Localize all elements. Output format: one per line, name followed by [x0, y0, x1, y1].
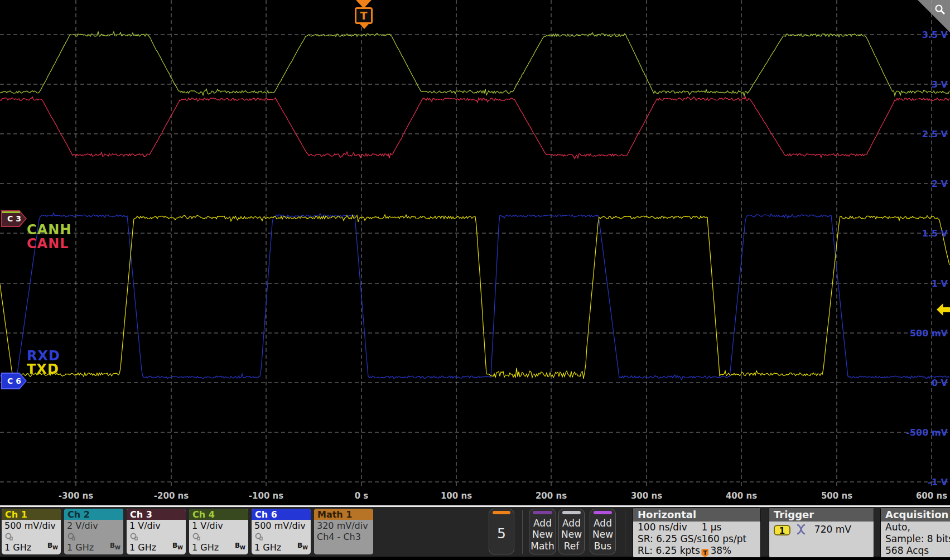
button-accent — [562, 511, 581, 514]
time-axis-label: -200 ns — [154, 491, 189, 501]
channel-bandwidth: 1 GHz — [254, 542, 281, 553]
button-label: AddNewRef — [559, 518, 584, 552]
button-accent — [594, 511, 612, 514]
channel-scale: 1 V/div — [129, 520, 183, 532]
acquisition-mode: Auto, — [885, 522, 910, 533]
button-label: AddNewMath — [529, 518, 556, 552]
horizontal-value-right: T38% — [701, 545, 731, 557]
add-new-ref-button[interactable]: AddNewRef — [558, 509, 585, 554]
channel-scale: 2 V/div — [67, 520, 120, 532]
bandwidth-limit-icon: BW — [235, 540, 245, 553]
horizontal-value-left: SR: 6.25 GS/s — [638, 533, 702, 545]
channel-bandwidth: 1 GHz — [192, 542, 219, 553]
trace-txd — [0, 215, 949, 379]
button-accent — [533, 511, 552, 514]
trigger-source-badge: 1 — [774, 525, 790, 535]
channel-badge-ch4[interactable]: Ch 41 V/div1 GHzBW — [189, 509, 248, 554]
rxd-label: RXD — [27, 349, 60, 363]
channel-badge-ch3[interactable]: Ch 31 V/div1 GHzBW — [127, 509, 186, 554]
volt-axis-label: 500 mV — [910, 328, 948, 339]
channel-bandwidth: 1 GHz — [129, 542, 156, 553]
volt-axis-label: -500 mV — [906, 427, 948, 438]
channel-badge-ch6[interactable]: Ch 6500 mV/div1 GHzBW — [252, 509, 311, 554]
trigger-panel-title: Trigger — [769, 508, 874, 522]
graticule-and-traces: -300 ns-200 ns-100 ns0 s100 ns200 ns300 … — [0, 0, 950, 505]
trace-canl — [0, 97, 949, 159]
channel-badge-math1[interactable]: Math 1320 mV/divCh4 - Ch3 — [314, 509, 373, 554]
volt-axis-label: 0 V — [932, 378, 948, 388]
trace-canh — [0, 32, 949, 96]
canh-label: CANH — [27, 223, 71, 236]
trigger-position-marker[interactable]: T — [351, 0, 376, 32]
channel-badge-title: Ch 4 — [189, 509, 248, 520]
magnifier-icon — [934, 3, 946, 16]
trigger-panel[interactable]: Trigger 1 720 mV — [769, 508, 874, 558]
flag-stripe — [2, 211, 20, 213]
waveform-display[interactable]: -300 ns-200 ns-100 ns0 s100 ns200 ns300 … — [0, 0, 950, 505]
horizontal-panel-title: Horizontal — [633, 508, 760, 522]
channel-badge-body: 2 V/div1 GHzBW — [64, 520, 123, 554]
trigger-pointer-icon — [360, 24, 369, 29]
acquisition-panel[interactable]: Acquisition Auto, Ana Sample: 8 bits 568… — [880, 508, 950, 558]
channel-badges: Ch 1500 mV/div1 GHzBWCh 22 V/div1 GHzBWC… — [2, 509, 373, 554]
channel-badge-title: Ch 2 — [64, 509, 123, 520]
trigger-level-value: 720 mV — [814, 524, 851, 535]
txd-label: TXD — [27, 363, 59, 376]
volt-axis-label: 1 V — [932, 278, 948, 289]
horizontal-row: RL: 6.25 kptsT38% — [638, 545, 756, 557]
volt-axis-label: 2 V — [932, 178, 948, 189]
time-axis-label: 400 ns — [726, 491, 757, 501]
oscilloscope-screen: -300 ns-200 ns-100 ns0 s100 ns200 ns300 … — [0, 0, 950, 560]
channel-badge-ch1[interactable]: Ch 1500 mV/div1 GHzBW — [2, 509, 61, 554]
horizontal-row: SR: 6.25 GS/s160 ps/pt — [638, 533, 756, 545]
bandwidth-limit-icon: BW — [47, 540, 58, 553]
trace-rxd — [0, 213, 949, 380]
horizontal-value-left: 100 ns/div — [638, 522, 687, 533]
slot5-accent — [493, 511, 510, 514]
channel-badge-body: 500 mV/div1 GHzBW — [2, 520, 61, 554]
channel-scale: 320 mV/div — [317, 520, 370, 532]
channel-scale: 500 mV/div — [4, 520, 58, 532]
time-axis-label: -300 ns — [59, 491, 93, 501]
volt-axis-label: 1.5 V — [922, 228, 948, 239]
math-expression: Ch4 - Ch3 — [317, 532, 370, 543]
volt-axis-label: 2.5 V — [922, 129, 948, 139]
settings-bar: Ch 1500 mV/div1 GHzBWCh 22 V/div1 GHzBWC… — [0, 507, 950, 560]
channel-bandwidth: 1 GHz — [67, 542, 94, 553]
channel-badge-title: Ch 1 — [2, 509, 61, 520]
channel-badge-title: Ch 6 — [252, 509, 311, 520]
horizontal-panel[interactable]: Horizontal 100 ns/div1 µsSR: 6.25 GS/s16… — [633, 508, 761, 558]
channel3-position-flag[interactable]: C 3 — [1, 210, 27, 227]
horizontal-row: 100 ns/div1 µs — [638, 522, 756, 533]
time-axis-label: 100 ns — [441, 491, 472, 501]
trigger-t-icon: T — [355, 7, 373, 24]
channel6-position-flag[interactable]: C 6 — [1, 373, 27, 389]
trigger-slope-icon — [795, 523, 809, 535]
volt-axis-label: -1 V — [928, 477, 948, 487]
button-label: AddNewBus — [590, 518, 615, 552]
bandwidth-limit-icon: BW — [110, 540, 120, 553]
horizontal-value-left: RL: 6.25 kpts — [638, 545, 700, 557]
channel-badge-body: 1 V/div1 GHzBW — [127, 520, 186, 554]
bandwidth-limit-icon: BW — [297, 540, 308, 553]
horizontal-value-right: 1 µs — [701, 522, 721, 533]
slot5-label: 5 — [489, 525, 514, 542]
time-axis-label: 500 ns — [821, 491, 852, 501]
bar-separator — [625, 510, 625, 554]
volt-axis-label: 3 V — [932, 79, 948, 90]
waveform-slot-5-button[interactable]: 5 — [489, 509, 514, 554]
horizontal-value-right: 160 ps/pt — [701, 533, 746, 545]
channel-badge-body: 500 mV/div1 GHzBW — [252, 520, 311, 554]
add-new-bus-button[interactable]: AddNewBus — [590, 509, 616, 554]
acquisition-panel-title: Acquisition — [881, 508, 950, 522]
channel-badge-ch2[interactable]: Ch 22 V/div1 GHzBW — [64, 509, 123, 554]
acquisition-count: 568 Acqs — [885, 545, 950, 557]
add-new-math-button[interactable]: AddNewMath — [529, 509, 556, 554]
channel-bandwidth: 1 GHz — [4, 542, 31, 553]
channel-scale: 1 V/div — [192, 520, 245, 532]
channel-badge-body: 1 V/div1 GHzBW — [189, 520, 248, 554]
channel-scale: 500 mV/div — [254, 520, 308, 532]
time-axis-label: -100 ns — [249, 491, 283, 501]
time-axis-label: 0 s — [355, 491, 369, 501]
acquisition-sample: Sample: 8 bits — [885, 533, 950, 545]
